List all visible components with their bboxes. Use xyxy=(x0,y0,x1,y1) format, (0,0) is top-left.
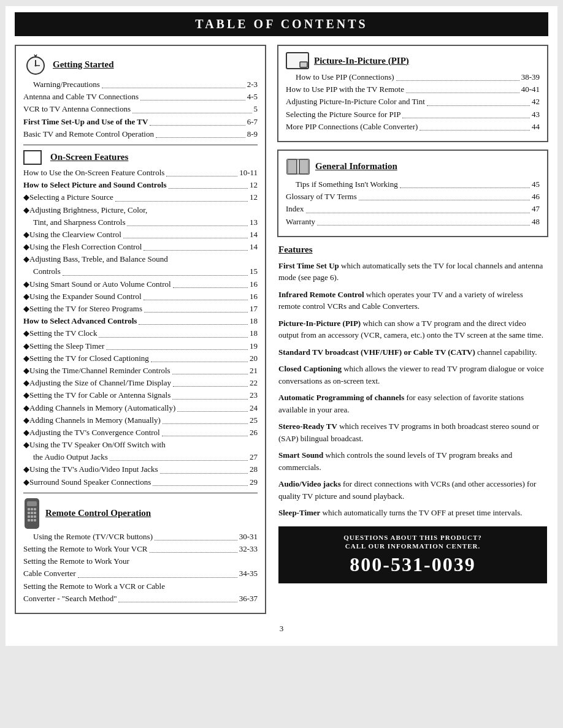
toc-item: Converter - "Search Method" 36-37 xyxy=(23,593,258,604)
toc-item: How to Use PIP (Connections) 38-39 xyxy=(286,72,540,83)
svg-rect-15 xyxy=(28,515,30,518)
pip-icon xyxy=(286,52,309,69)
toc-item: How to Use the On-Screen Feature Control… xyxy=(23,167,258,178)
toc-item: ◆Adding Channels in Memory (Automaticall… xyxy=(23,403,258,414)
page-number: 3 xyxy=(15,624,548,634)
square-icon xyxy=(23,150,42,165)
book-icon xyxy=(286,157,310,176)
pip-items: How to Use PIP (Connections) 38-39 How t… xyxy=(286,72,540,132)
toc-item: Using the Remote (TV/VCR buttons) 30-31 xyxy=(23,531,258,542)
on-screen-items: How to Use the On-Screen Feature Control… xyxy=(23,167,258,488)
info-center-line1: Questions About This Product? xyxy=(285,534,541,541)
svg-rect-17 xyxy=(34,515,36,518)
feature-item: Standard TV broadcast (VHF/UHF) or Cable… xyxy=(278,346,547,358)
feature-item: Picture-In-Picture (PIP) which can show … xyxy=(278,317,547,341)
toc-item: ◆Adding Channels in Memory (Manually) 25 xyxy=(23,415,258,426)
toc-item: ◆Selecting a Picture Source 12 xyxy=(23,192,258,203)
feature-item: Smart Sound which controls the sound lev… xyxy=(278,449,547,473)
clock-icon xyxy=(23,52,48,77)
feature-item: Infrared Remote Control which operates y… xyxy=(278,289,547,313)
svg-rect-13 xyxy=(31,512,33,514)
toc-item: Tips if Something Isn't Working 45 xyxy=(286,179,540,190)
svg-rect-22 xyxy=(300,62,307,67)
page-header: Table of Contents xyxy=(15,12,548,36)
toc-item: Basic TV and Remote Control Operation 8-… xyxy=(23,129,258,140)
section-divider xyxy=(23,493,258,493)
pip-header: Picture-In-Picture (PIP) xyxy=(286,52,540,69)
svg-rect-26 xyxy=(308,159,309,174)
getting-started-title: Getting Started xyxy=(53,59,114,70)
remote-icon xyxy=(23,498,40,529)
feature-item: Closed Captioning which allows the viewe… xyxy=(278,363,547,387)
svg-rect-19 xyxy=(31,519,33,521)
toc-item: ◆Setting the TV for Cable or Antenna Sig… xyxy=(23,390,258,401)
toc-label: ◆Adjusting Brightness, Picture, Color, xyxy=(23,205,258,216)
svg-rect-25 xyxy=(299,159,309,174)
remote-items: Using the Remote (TV/VCR buttons) 30-31 … xyxy=(23,531,258,604)
svg-rect-8 xyxy=(27,501,37,506)
feature-item: Audio/Video jacks for direct connections… xyxy=(278,478,547,502)
page-title: Table of Contents xyxy=(15,17,548,31)
toc-item: Tint, and Sharpness Controls 13 xyxy=(23,217,258,228)
toc-item: ◆Using the Expander Sound Control 16 xyxy=(23,291,258,302)
right-column: Picture-In-Picture (PIP) How to Use PIP … xyxy=(277,45,548,583)
info-center-phone: 800-531-0039 xyxy=(285,553,541,576)
getting-started-items: Warning/Precautions 2-3 Antenna and Cabl… xyxy=(23,79,258,140)
feature-item: Automatic Programming of channels for ea… xyxy=(278,392,547,415)
svg-rect-23 xyxy=(287,159,297,174)
toc-item: ◆Adjusting the Size of Channel/Time Disp… xyxy=(23,377,258,389)
toc-item: ◆Using the TV's Audio/Video Input Jacks … xyxy=(23,464,258,475)
toc-item: VCR to TV Antenna Connections 5 xyxy=(23,104,258,115)
left-column: Getting Started Warning/Precautions 2-3 … xyxy=(15,45,266,614)
svg-rect-12 xyxy=(28,512,30,514)
feature-item: Stereo-Ready TV which receives TV progra… xyxy=(278,420,547,444)
svg-rect-11 xyxy=(34,508,36,510)
svg-rect-24 xyxy=(287,159,288,174)
features-title: Features xyxy=(278,245,547,255)
toc-item: ◆Surround Sound Speaker Connections 29 xyxy=(23,477,258,488)
toc-item: ◆Setting the TV Clock 18 xyxy=(23,328,258,339)
page-wrapper: Table of Contents xyxy=(6,6,557,646)
svg-rect-18 xyxy=(28,519,30,521)
toc-item: First Time Set-Up and Use of the TV 6-7 xyxy=(23,116,258,127)
general-info-items: Tips if Something Isn't Working 45 Gloss… xyxy=(286,179,540,227)
toc-item: How to Select Picture and Sound Controls… xyxy=(23,180,258,191)
toc-item: the Audio Output Jacks 27 xyxy=(23,452,258,463)
remote-title: Remote Control Operation xyxy=(45,508,151,518)
toc-item: ◆Using Smart Sound or Auto Volume Contro… xyxy=(23,279,258,290)
pip-title: Picture-In-Picture (PIP) xyxy=(314,56,409,66)
two-column-layout: Getting Started Warning/Precautions 2-3 … xyxy=(15,45,548,614)
toc-item: Cable Converter 34-35 xyxy=(23,568,258,579)
toc-item: Setting the Remote to Work Your VCR 32-3… xyxy=(23,544,258,555)
toc-item: How to Use PIP with the TV Remote 40-41 xyxy=(286,84,540,95)
svg-rect-20 xyxy=(34,519,36,521)
toc-label: Setting the Remote to Work Your xyxy=(23,556,258,567)
section-divider xyxy=(23,145,258,145)
info-center-box: Questions About This Product? Call Our I… xyxy=(278,526,547,583)
toc-item: Adjusting Picture-In-Picture Color and T… xyxy=(286,96,540,107)
toc-item: Warning/Precautions 2-3 xyxy=(23,79,258,90)
left-toc-box: Getting Started Warning/Precautions 2-3 … xyxy=(15,45,266,614)
on-screen-header: On-Screen Features xyxy=(23,150,258,165)
toc-item: Selecting the Picture Source for PIP 43 xyxy=(286,109,540,120)
toc-label: Setting the Remote to Work a VCR or Cabl… xyxy=(23,581,258,592)
pip-box: Picture-In-Picture (PIP) How to Use PIP … xyxy=(277,45,548,142)
toc-label: ◆Using the TV Speaker On/Off Switch with xyxy=(23,439,258,450)
toc-item: Antenna and Cable TV Connections 4-5 xyxy=(23,91,258,102)
svg-rect-14 xyxy=(34,512,36,514)
general-info-title: General Information xyxy=(315,161,397,172)
remote-header: Remote Control Operation xyxy=(23,498,258,529)
feature-item: Sleep-Timer which automatically turns th… xyxy=(278,507,547,519)
toc-item: Controls 15 xyxy=(23,266,258,277)
getting-started-header: Getting Started xyxy=(23,52,258,77)
toc-item: ◆Setting the TV for Closed Captioning 20 xyxy=(23,353,258,364)
svg-rect-9 xyxy=(28,508,30,510)
toc-item: ◆Using the Flesh Correction Control 14 xyxy=(23,241,258,252)
info-center-line2: Call Our Information Center. xyxy=(285,542,541,550)
toc-item: ◆Using the Time/Channel Reminder Control… xyxy=(23,365,258,376)
toc-item: More PIP Connections (Cable Converter) 4… xyxy=(286,121,540,132)
toc-item: Glossary of TV Terms 46 xyxy=(286,191,540,202)
toc-label: ◆Adjusting Bass, Treble, and Balance Sou… xyxy=(23,254,258,265)
features-section: Features First Time Set Up which automat… xyxy=(277,245,548,583)
svg-rect-16 xyxy=(31,515,33,518)
